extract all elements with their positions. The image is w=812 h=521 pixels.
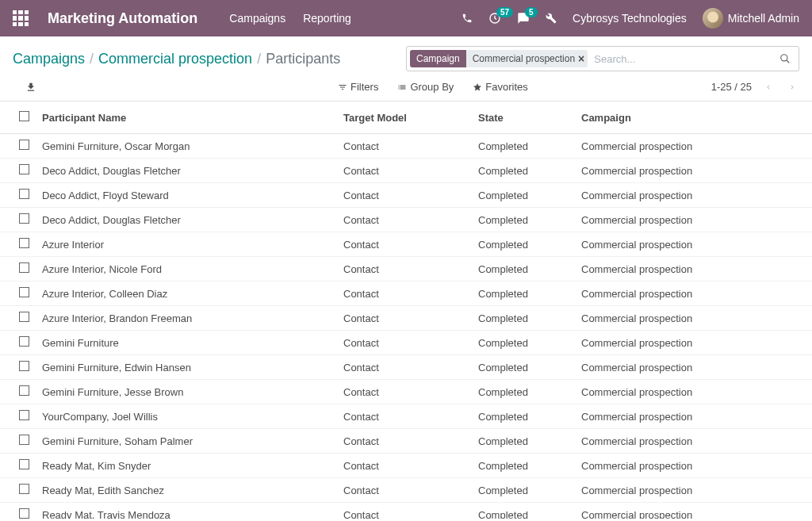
breadcrumb-commercial[interactable]: Commercial prospection	[98, 51, 252, 67]
cell-name: Deco Addict, Floyd Steward	[36, 183, 337, 208]
row-checkbox[interactable]	[19, 435, 29, 445]
pager-text[interactable]: 1-25 / 25	[711, 81, 752, 93]
settings-icon[interactable]	[546, 13, 557, 24]
table-row[interactable]: YourCompany, Joel Willis Contact Complet…	[0, 404, 812, 429]
cell-campaign: Commercial prospection	[575, 306, 812, 331]
row-checkbox[interactable]	[19, 213, 29, 224]
control-panel: Campaigns / Commercial prospection / Par…	[0, 36, 812, 101]
list-view[interactable]: Participant Name Target Model State Camp…	[0, 101, 812, 519]
column-target[interactable]: Target Model	[337, 102, 472, 134]
activity-icon[interactable]: 57	[488, 12, 501, 25]
table-row[interactable]: Gemini Furniture, Jesse Brown Contact Co…	[0, 380, 812, 404]
phone-icon[interactable]	[462, 13, 473, 24]
cell-campaign: Commercial prospection	[575, 183, 812, 208]
cell-state: Completed	[472, 232, 575, 257]
row-checkbox[interactable]	[19, 238, 29, 248]
cell-target: Contact	[337, 134, 472, 159]
cell-name: Gemini Furniture, Oscar Morgan	[36, 134, 337, 159]
messaging-icon[interactable]: 5	[517, 12, 530, 25]
cell-state: Completed	[472, 429, 575, 454]
cell-name: Gemini Furniture, Edwin Hansen	[36, 355, 337, 380]
cell-name: Azure Interior, Brandon Freeman	[36, 306, 337, 331]
table-row[interactable]: Gemini Furniture, Oscar Morgan Contact C…	[0, 134, 812, 159]
row-checkbox[interactable]	[19, 410, 29, 420]
column-state[interactable]: State	[472, 102, 575, 134]
table-row[interactable]: Azure Interior, Nicole Ford Contact Comp…	[0, 257, 812, 282]
row-checkbox[interactable]	[19, 262, 29, 273]
breadcrumb-separator: /	[90, 51, 94, 67]
breadcrumb-separator: /	[257, 51, 261, 67]
facet-label: Campaign	[410, 50, 466, 67]
table-row[interactable]: Azure Interior, Brandon Freeman Contact …	[0, 306, 812, 331]
cell-state: Completed	[472, 355, 575, 380]
row-checkbox[interactable]	[19, 140, 29, 150]
cell-state: Completed	[472, 478, 575, 503]
company-name[interactable]: Cybrosys Technologies	[573, 12, 687, 25]
cell-target: Contact	[337, 282, 472, 306]
cell-target: Contact	[337, 183, 472, 208]
cell-name: Azure Interior, Nicole Ford	[36, 257, 337, 282]
table-row[interactable]: Gemini Furniture, Edwin Hansen Contact C…	[0, 355, 812, 380]
search-facet: Campaign Commercial prospection ×	[407, 47, 588, 71]
table-row[interactable]: Deco Addict, Floyd Steward Contact Compl…	[0, 183, 812, 208]
table-row[interactable]: Deco Addict, Douglas Fletcher Contact Co…	[0, 159, 812, 183]
favorites-button[interactable]: Favorites	[473, 81, 527, 93]
apps-icon[interactable]	[13, 10, 29, 26]
table-row[interactable]: Ready Mat, Edith Sanchez Contact Complet…	[0, 478, 812, 503]
nav-campaigns[interactable]: Campaigns	[229, 12, 285, 25]
table-row[interactable]: Gemini Furniture Contact Completed Comme…	[0, 331, 812, 355]
cell-campaign: Commercial prospection	[575, 478, 812, 503]
table-row[interactable]: Azure Interior, Colleen Diaz Contact Com…	[0, 282, 812, 306]
table-row[interactable]: Gemini Furniture, Soham Palmer Contact C…	[0, 429, 812, 454]
row-checkbox[interactable]	[19, 287, 29, 297]
participants-table: Participant Name Target Model State Camp…	[0, 102, 812, 519]
groupby-button[interactable]: Group By	[397, 81, 454, 93]
row-checkbox[interactable]	[19, 164, 29, 174]
breadcrumb-current: Participants	[266, 51, 340, 67]
row-checkbox[interactable]	[19, 484, 29, 494]
cell-target: Contact	[337, 306, 472, 331]
search-input[interactable]	[588, 47, 772, 71]
row-checkbox[interactable]	[19, 459, 29, 469]
user-menu[interactable]: Mitchell Admin	[703, 8, 799, 29]
cell-campaign: Commercial prospection	[575, 331, 812, 355]
column-campaign[interactable]: Campaign	[575, 102, 812, 134]
export-icon[interactable]	[25, 82, 36, 93]
avatar-icon	[703, 8, 723, 29]
row-checkbox[interactable]	[19, 312, 29, 322]
row-checkbox[interactable]	[19, 336, 29, 347]
column-name[interactable]: Participant Name	[36, 102, 337, 134]
table-row[interactable]: Deco Addict, Douglas Fletcher Contact Co…	[0, 208, 812, 232]
table-row[interactable]: Ready Mat, Travis Mendoza Contact Comple…	[0, 503, 812, 519]
svg-point-1	[781, 55, 787, 61]
select-all-checkbox[interactable]	[19, 111, 29, 121]
search-icon[interactable]	[772, 53, 799, 64]
cell-name: Deco Addict, Douglas Fletcher	[36, 208, 337, 232]
cell-campaign: Commercial prospection	[575, 257, 812, 282]
row-checkbox[interactable]	[19, 361, 29, 371]
cell-name: Azure Interior	[36, 232, 337, 257]
cell-target: Contact	[337, 331, 472, 355]
row-checkbox[interactable]	[19, 385, 29, 396]
row-checkbox[interactable]	[19, 508, 29, 519]
nav-reporting[interactable]: Reporting	[303, 12, 351, 25]
cell-target: Contact	[337, 159, 472, 183]
search-box[interactable]: Campaign Commercial prospection ×	[406, 46, 799, 71]
cell-name: Deco Addict, Douglas Fletcher	[36, 159, 337, 183]
breadcrumb: Campaigns / Commercial prospection / Par…	[13, 51, 340, 67]
cell-campaign: Commercial prospection	[575, 380, 812, 404]
cell-target: Contact	[337, 429, 472, 454]
facet-remove-icon[interactable]: ×	[578, 53, 584, 64]
filters-button[interactable]: Filters	[338, 81, 378, 93]
cell-target: Contact	[337, 454, 472, 478]
cell-state: Completed	[472, 159, 575, 183]
cell-state: Completed	[472, 282, 575, 306]
pager-next-icon[interactable]	[785, 82, 799, 93]
table-row[interactable]: Ready Mat, Kim Snyder Contact Completed …	[0, 454, 812, 478]
cell-state: Completed	[472, 380, 575, 404]
row-checkbox[interactable]	[19, 189, 29, 199]
cell-state: Completed	[472, 306, 575, 331]
breadcrumb-campaigns[interactable]: Campaigns	[13, 51, 85, 67]
table-row[interactable]: Azure Interior Contact Completed Commerc…	[0, 232, 812, 257]
pager-prev-icon[interactable]	[761, 82, 776, 93]
